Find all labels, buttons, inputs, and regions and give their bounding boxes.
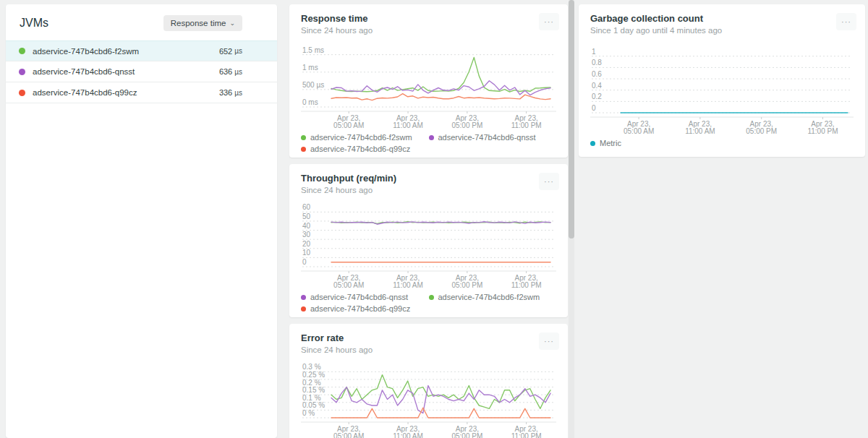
chart-title: Throughput (req/min)	[301, 173, 556, 184]
response-time-legend: adservice-747b4cbd6-f2swmadservice-747b4…	[301, 132, 556, 155]
jvm-response-time-value: 336	[219, 88, 232, 97]
chart-title: Response time	[301, 13, 556, 24]
legend-label: adservice-747b4cbd6-f2swm	[310, 133, 412, 142]
legend-label: adservice-747b4cbd6-f2swm	[438, 293, 540, 301]
legend-label: adservice-747b4cbd6-q99cz	[310, 145, 410, 153]
legend-color-dot	[429, 295, 434, 300]
svg-text:50: 50	[302, 212, 311, 220]
svg-text:05:00 AM: 05:00 AM	[624, 127, 654, 135]
svg-text:0.4: 0.4	[592, 82, 602, 90]
jvm-response-time-value: 636	[219, 67, 232, 76]
svg-text:11:00 AM: 11:00 AM	[393, 432, 423, 438]
legend-item[interactable]: adservice-747b4cbd6-f2swm	[429, 291, 557, 303]
svg-text:11:00 PM: 11:00 PM	[511, 432, 542, 438]
response-time-card: Response time Since 24 hours ago ··· 1.5…	[289, 4, 568, 158]
ellipsis-menu-icon[interactable]: ···	[539, 332, 559, 350]
svg-text:11:00 PM: 11:00 PM	[511, 281, 542, 289]
jvm-response-time-unit: µs	[234, 68, 242, 76]
svg-text:05:00 AM: 05:00 AM	[333, 121, 364, 129]
svg-text:0 ms: 0 ms	[302, 98, 318, 106]
svg-text:05:00 AM: 05:00 AM	[333, 281, 364, 289]
legend-item[interactable]: adservice-747b4cbd6-f2swm	[301, 132, 429, 143]
jvm-response-time-unit: µs	[234, 89, 242, 97]
legend-color-dot	[301, 295, 306, 300]
svg-text:0.6: 0.6	[592, 70, 602, 78]
jvm-name: adservice-747b4cbd6-f2swm	[33, 47, 219, 56]
svg-text:11:00 AM: 11:00 AM	[393, 121, 423, 129]
response-time-filter-button[interactable]: Response time ⌄	[163, 15, 242, 31]
svg-text:0.8: 0.8	[592, 59, 602, 66]
svg-text:0.2 %: 0.2 %	[302, 379, 321, 387]
chevron-down-icon: ⌄	[229, 20, 235, 27]
scrollbar-track[interactable]	[569, 0, 574, 438]
legend-label: adservice-747b4cbd6-qnsst	[438, 133, 536, 142]
legend-color-dot	[301, 306, 306, 312]
svg-text:05:00 AM: 05:00 AM	[333, 432, 364, 438]
error-rate-chart[interactable]: 0.3 %0.25 %0.2 %0.15 %0.1 %0.05 %0 %Apr …	[301, 361, 556, 438]
ellipsis-menu-icon[interactable]: ···	[539, 13, 559, 30]
svg-text:0.05 %: 0.05 %	[302, 401, 325, 409]
jvms-panel-header: JVMs Response time ⌄	[6, 4, 277, 40]
svg-text:05:00 PM: 05:00 PM	[451, 281, 482, 289]
legend-label: adservice-747b4cbd6-qnsst	[310, 293, 408, 301]
svg-text:40: 40	[302, 222, 311, 230]
jvms-panel: JVMs Response time ⌄ adservice-747b4cbd6…	[6, 4, 277, 438]
legend-color-dot	[301, 147, 306, 152]
legend-item[interactable]: adservice-747b4cbd6-q99cz	[301, 143, 429, 155]
chart-subtitle: Since 24 hours ago	[301, 345, 556, 354]
series-color-dot	[19, 48, 25, 54]
legend-color-dot	[301, 135, 306, 140]
garbage-collection-chart[interactable]: 10.80.60.40.20Apr 23,05:00 AMApr 23,11:0…	[590, 42, 854, 136]
jvm-row-qnsst[interactable]: adservice-747b4cbd6-qnsst 636 µs	[6, 61, 277, 82]
svg-text:0.2: 0.2	[592, 93, 602, 100]
jvm-response-time-value: 652	[219, 47, 232, 56]
svg-text:0 %: 0 %	[302, 409, 315, 417]
filter-button-label: Response time	[171, 19, 226, 27]
garbage-collection-legend: Metric	[590, 137, 854, 149]
svg-text:0.3 %: 0.3 %	[302, 363, 321, 371]
jvm-response-time-unit: µs	[234, 47, 242, 55]
svg-text:11:00 PM: 11:00 PM	[807, 127, 838, 135]
jvm-row-q99cz[interactable]: adservice-747b4cbd6-q99cz 336 µs	[6, 82, 277, 103]
svg-text:500 µs: 500 µs	[302, 81, 324, 89]
svg-text:60: 60	[302, 203, 311, 211]
legend-label: adservice-747b4cbd6-q99cz	[310, 304, 410, 313]
svg-text:0: 0	[302, 258, 307, 266]
jvm-list: adservice-747b4cbd6-f2swm 652 µs adservi…	[6, 40, 277, 103]
svg-text:1: 1	[592, 48, 596, 56]
garbage-collection-count-card: Garbage collection count Since 1 day ago…	[579, 4, 865, 157]
jvm-name: adservice-747b4cbd6-q99cz	[33, 88, 219, 97]
throughput-chart[interactable]: 6050403020100Apr 23,05:00 AMApr 23,11:00…	[301, 202, 556, 290]
svg-text:10: 10	[302, 249, 311, 257]
series-color-dot	[19, 90, 25, 96]
legend-item[interactable]: Metric	[590, 137, 722, 149]
chart-subtitle: Since 1 day ago until 4 minutes ago	[590, 26, 854, 35]
svg-text:11:00 AM: 11:00 AM	[685, 127, 715, 135]
svg-text:0.1 %: 0.1 %	[302, 394, 321, 402]
legend-label: Metric	[600, 139, 621, 147]
throughput-legend: adservice-747b4cbd6-qnsstadservice-747b4…	[301, 291, 556, 314]
svg-text:1.5 ms: 1.5 ms	[302, 46, 324, 54]
series-color-dot	[19, 69, 25, 75]
legend-item[interactable]: adservice-747b4cbd6-qnsst	[301, 291, 429, 303]
response-time-chart[interactable]: 1.5 ms1 ms500 µs0 msApr 23,05:00 AMApr 2…	[301, 42, 556, 130]
svg-text:1 ms: 1 ms	[302, 64, 318, 72]
svg-text:20: 20	[302, 240, 311, 248]
svg-text:05:00 PM: 05:00 PM	[451, 121, 482, 129]
error-rate-card: Error rate Since 24 hours ago ··· 0.3 %0…	[289, 324, 568, 438]
svg-text:0.15 %: 0.15 %	[302, 386, 325, 394]
legend-color-dot	[429, 135, 434, 140]
jvm-row-f2swm[interactable]: adservice-747b4cbd6-f2swm 652 µs	[6, 40, 277, 61]
scrollbar-thumb[interactable]	[569, 0, 574, 239]
legend-item[interactable]: adservice-747b4cbd6-q99cz	[301, 303, 429, 314]
svg-text:05:00 PM: 05:00 PM	[746, 127, 777, 135]
throughput-card: Throughput (req/min) Since 24 hours ago …	[289, 164, 568, 317]
ellipsis-menu-icon[interactable]: ···	[539, 173, 559, 190]
svg-text:30: 30	[302, 231, 311, 239]
ellipsis-menu-icon[interactable]: ···	[836, 13, 856, 30]
legend-color-dot	[590, 141, 595, 146]
svg-text:0: 0	[592, 104, 596, 112]
chart-subtitle: Since 24 hours ago	[301, 186, 556, 194]
legend-item[interactable]: adservice-747b4cbd6-qnsst	[429, 132, 557, 143]
chart-subtitle: Since 24 hours ago	[301, 26, 556, 35]
